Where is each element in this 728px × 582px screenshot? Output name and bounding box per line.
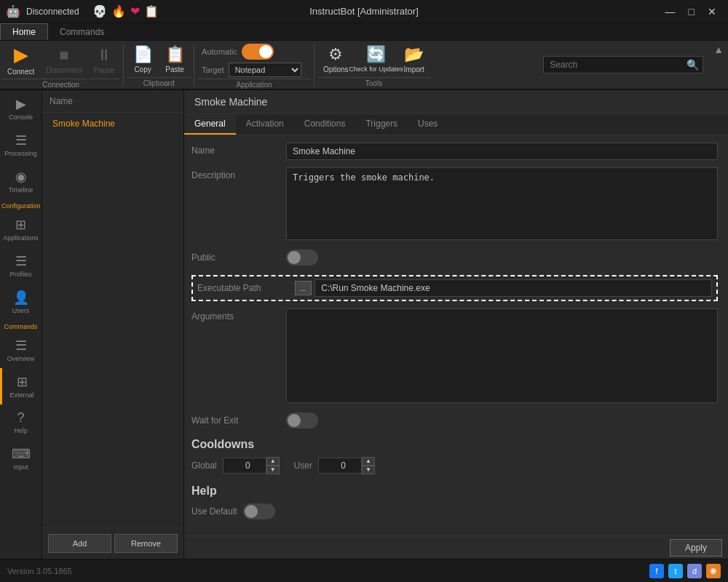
arguments-field-value bbox=[286, 308, 718, 405]
public-toggle-wrap bbox=[286, 250, 718, 268]
user-spin-up[interactable]: ▲ bbox=[362, 457, 375, 466]
options-label: Options bbox=[323, 65, 348, 73]
apply-button[interactable]: Apply bbox=[670, 539, 722, 557]
input-icon: ⌨ bbox=[12, 446, 31, 462]
sidebar-item-overview[interactable]: ☰ Overview bbox=[0, 332, 41, 368]
bottom-icon-rss[interactable]: ◉ bbox=[706, 564, 721, 578]
disconnect-button[interactable]: ■ Disconnect bbox=[40, 41, 87, 79]
user-input[interactable] bbox=[318, 458, 362, 474]
remove-button[interactable]: Remove bbox=[114, 534, 178, 553]
sidebar-item-timeline[interactable]: ◉ Timeline bbox=[0, 163, 41, 199]
sidebar: ▶ Console ☰ Processing ◉ Timeline Config… bbox=[0, 90, 42, 559]
nav-icons: 💀 🔥 ❤ 📋 bbox=[92, 4, 159, 18]
wait-for-exit-label: Wait for Exit bbox=[191, 412, 286, 426]
tab-general[interactable]: General bbox=[184, 114, 236, 135]
bottom-icon-discord[interactable]: d bbox=[687, 564, 702, 578]
connect-button[interactable]: ▶ Connect bbox=[1, 41, 40, 79]
tab-conditions[interactable]: Conditions bbox=[294, 114, 356, 135]
profiles-icon: ☰ bbox=[15, 253, 27, 269]
sidebar-item-profiles[interactable]: ☰ Profiles bbox=[0, 247, 41, 284]
global-spin-up[interactable]: ▲ bbox=[266, 457, 280, 466]
description-field-row: Description Triggers the smoke machine. bbox=[191, 167, 718, 242]
version-text: Version 3.05.1865 bbox=[7, 567, 72, 575]
pause-icon: ⏸ bbox=[96, 46, 112, 65]
right-panel: Smoke Machine General Activation Conditi… bbox=[184, 90, 728, 559]
applications-label: Applications bbox=[3, 234, 39, 242]
global-spin-down[interactable]: ▼ bbox=[266, 466, 280, 474]
processing-label: Processing bbox=[4, 150, 37, 157]
sidebar-item-console[interactable]: ▶ Console bbox=[0, 90, 41, 127]
tab-activation[interactable]: Activation bbox=[236, 114, 294, 135]
tools-section: ⚙ Options 🔄 Check for Updates 📂 Import T… bbox=[316, 41, 432, 89]
console-label: Console bbox=[9, 113, 33, 121]
pause-button[interactable]: ⏸ Pause bbox=[88, 41, 120, 79]
executable-path-input[interactable] bbox=[314, 279, 712, 297]
public-toggle[interactable] bbox=[286, 250, 318, 266]
global-input-wrap: ▲ ▼ bbox=[223, 457, 280, 474]
check-updates-button[interactable]: 🔄 Check for Updates bbox=[355, 41, 398, 77]
tab-commands[interactable]: Commands bbox=[48, 24, 116, 40]
description-field-label: Description bbox=[191, 167, 286, 180]
wait-for-exit-toggle[interactable] bbox=[286, 412, 318, 428]
use-default-toggle[interactable] bbox=[243, 503, 275, 519]
import-icon: 📂 bbox=[404, 45, 424, 64]
user-spin[interactable]: ▲ ▼ bbox=[362, 457, 375, 474]
detail-content: Name Description Triggers the smoke mach… bbox=[184, 135, 728, 535]
bottom-icon-social2[interactable]: t bbox=[668, 564, 683, 578]
sidebar-item-applications[interactable]: ⊞ Applications bbox=[0, 211, 41, 247]
right-panel-header: Smoke Machine bbox=[184, 90, 728, 114]
target-select[interactable]: Notepad bbox=[229, 63, 301, 77]
sidebar-item-processing[interactable]: ☰ Processing bbox=[0, 127, 41, 163]
panel-items: Smoke Machine bbox=[42, 113, 183, 527]
paste-icon: 📋 bbox=[165, 45, 185, 64]
description-input[interactable]: Triggers the smoke machine. bbox=[286, 167, 718, 240]
user-spin-down[interactable]: ▼ bbox=[362, 466, 375, 474]
config-section-header: Configuration bbox=[0, 199, 41, 211]
arguments-input[interactable] bbox=[286, 308, 718, 403]
search-input[interactable] bbox=[543, 56, 703, 73]
cooldowns-title: Cooldowns bbox=[191, 438, 718, 451]
global-spin[interactable]: ▲ ▼ bbox=[266, 457, 280, 474]
global-input[interactable] bbox=[223, 458, 266, 474]
sidebar-item-users[interactable]: 👤 Users bbox=[0, 284, 41, 320]
help-section: Help Use Default bbox=[191, 485, 718, 519]
copy-icon: 📄 bbox=[133, 45, 153, 64]
connection-status: Disconnected bbox=[26, 7, 79, 17]
toolbar-collapse-button[interactable]: ▲ bbox=[709, 41, 728, 58]
maximize-button[interactable]: □ bbox=[683, 4, 700, 19]
automatic-label: Automatic bbox=[202, 47, 237, 56]
close-button[interactable]: ✕ bbox=[702, 4, 722, 19]
main-content: ▶ Console ☰ Processing ◉ Timeline Config… bbox=[0, 90, 728, 559]
sidebar-item-input[interactable]: ⌨ Input bbox=[0, 440, 41, 477]
bottom-icon-social1[interactable]: f bbox=[649, 564, 664, 578]
executable-path-browse-button[interactable]: ... bbox=[295, 281, 312, 295]
profiles-label: Profiles bbox=[9, 271, 31, 278]
detail-tabs: General Activation Conditions Triggers U… bbox=[184, 114, 728, 135]
minimize-button[interactable]: — bbox=[660, 4, 681, 19]
app-title: InstructBot [Administrator] bbox=[309, 6, 419, 17]
help-icon: ? bbox=[17, 410, 24, 426]
timeline-label: Timeline bbox=[9, 186, 33, 194]
tab-uses[interactable]: Uses bbox=[408, 114, 448, 135]
tab-triggers[interactable]: Triggers bbox=[355, 114, 408, 135]
sidebar-item-external[interactable]: ⊞ External bbox=[0, 368, 41, 404]
nav-icon-heart: ❤ bbox=[130, 4, 140, 18]
processing-icon: ☰ bbox=[15, 132, 27, 148]
paste-label: Paste bbox=[165, 65, 184, 73]
app-icon: 🤖 bbox=[6, 4, 20, 18]
input-label: Input bbox=[13, 463, 28, 471]
help-title: Help bbox=[191, 485, 718, 498]
import-button[interactable]: 📂 Import bbox=[398, 41, 430, 77]
paste-button[interactable]: 📋 Paste bbox=[159, 41, 191, 77]
add-button[interactable]: Add bbox=[48, 534, 111, 553]
name-input[interactable] bbox=[286, 143, 718, 160]
application-section: Automatic Target Notepad Application bbox=[196, 41, 312, 89]
sidebar-item-help[interactable]: ? Help bbox=[0, 404, 41, 440]
list-item[interactable]: Smoke Machine bbox=[42, 113, 183, 135]
nav-icon-clip: 📋 bbox=[144, 4, 159, 18]
wait-for-exit-field-row: Wait for Exit bbox=[191, 412, 718, 431]
copy-button[interactable]: 📄 Copy bbox=[127, 41, 159, 77]
window-controls[interactable]: — □ ✕ bbox=[660, 4, 722, 19]
automatic-toggle[interactable] bbox=[242, 44, 274, 60]
tab-home[interactable]: Home bbox=[0, 23, 48, 40]
